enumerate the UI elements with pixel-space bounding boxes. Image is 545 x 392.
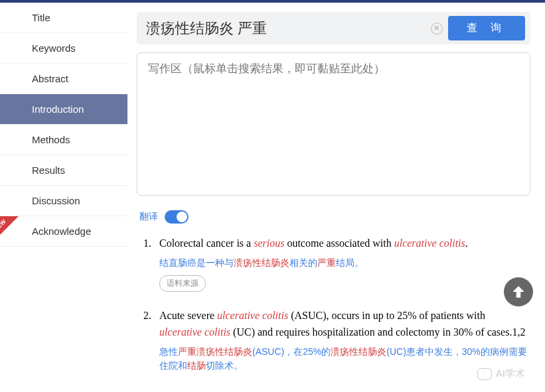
sidebar-item-abstract[interactable]: Abstract [0,64,127,94]
result-english: Colorectal cancer is a serious outcome a… [159,235,528,252]
scroll-top-button[interactable] [504,277,533,306]
result-item[interactable]: 2.Acute severe ulcerative colitis (ASUC)… [139,308,528,373]
sidebar-item-title[interactable]: Title [0,3,127,33]
translate-toggle[interactable] [165,210,189,224]
search-row: ✕ 查 询 [137,12,530,44]
sidebar: TitleKeywordsAbstractIntroductionMethods… [0,3,127,392]
sidebar-item-methods[interactable]: Methods [0,125,127,155]
result-chinese: 结直肠癌是一种与溃疡性结肠炎相关的严重结局。 [159,256,528,271]
result-chinese: 急性严重溃疡性结肠炎(ASUC)，在25%的溃疡性结肠炎(UC)患者中发生，30… [159,345,528,373]
source-button[interactable]: 语料来源 [159,275,206,292]
search-input[interactable] [142,17,426,40]
watermark-text: AI学术 [496,367,525,380]
translate-label: 翻译 [139,211,158,223]
query-button[interactable]: 查 询 [448,16,525,40]
result-english: Acute severe ulcerative colitis (ASUC), … [159,308,528,341]
translate-row: 翻译 [139,210,530,224]
watermark: · AI学术 [477,367,525,380]
sidebar-item-results[interactable]: Results [0,155,127,186]
wechat-icon: · [477,368,492,380]
result-number: 2. [139,308,151,373]
arrow-up-icon [510,283,527,300]
clear-search-button[interactable]: ✕ [431,23,443,34]
sidebar-item-keywords[interactable]: Keywords [0,33,127,64]
results-list: 1.Colorectal cancer is a serious outcome… [137,235,530,373]
main-content: ✕ 查 询 翻译 1.Colorectal cancer is a seriou… [127,3,545,392]
write-area[interactable] [137,52,530,196]
sidebar-item-introduction[interactable]: Introduction [0,94,127,125]
sidebar-item-discussion[interactable]: Discussion [0,186,127,216]
result-number: 1. [139,235,151,292]
result-item[interactable]: 1.Colorectal cancer is a serious outcome… [139,235,528,292]
sidebar-item-acknowledge[interactable]: Acknowledge [0,216,127,247]
